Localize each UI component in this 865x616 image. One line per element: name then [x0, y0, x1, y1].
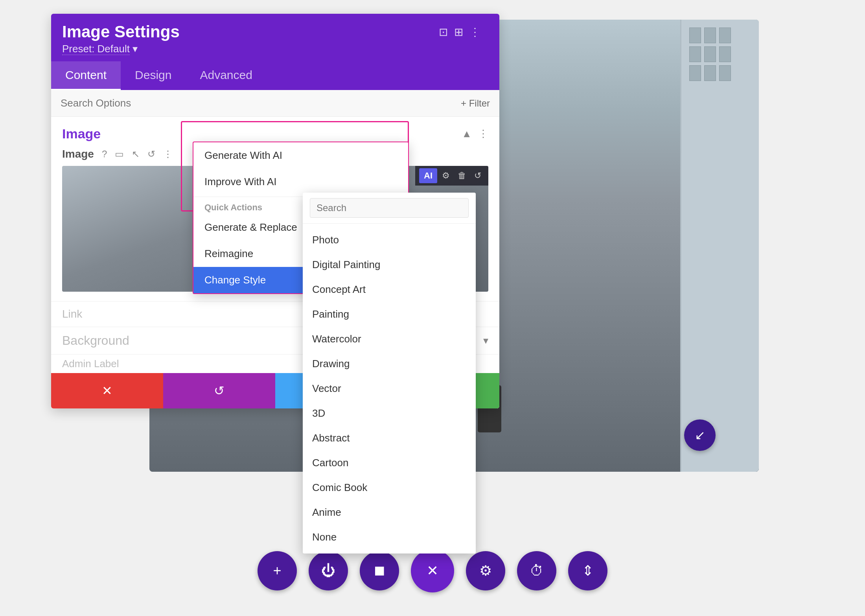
- background-label: Background: [62, 333, 129, 348]
- style-search-container: [303, 193, 476, 224]
- trash-tool-icon[interactable]: 🗑: [455, 169, 469, 182]
- style-list: Photo Digital Painting Concept Art Paint…: [303, 224, 476, 553]
- panel-icon-screen[interactable]: ⊡: [439, 26, 448, 39]
- panel-title: Image Settings: [62, 22, 180, 41]
- action-close[interactable]: ✕: [411, 549, 454, 592]
- cursor-icon[interactable]: ↖: [132, 149, 140, 160]
- section-header: Image ▲ ⋮: [62, 126, 488, 142]
- tab-advanced[interactable]: Advanced: [186, 61, 266, 90]
- style-item-none[interactable]: None: [303, 525, 476, 550]
- filter-button[interactable]: + Filter: [461, 98, 490, 109]
- more-icon[interactable]: ⋮: [163, 149, 173, 160]
- undo-button[interactable]: ↺: [163, 373, 275, 408]
- collapse-icon[interactable]: ▲: [462, 128, 472, 140]
- style-item-digital-painting[interactable]: Digital Painting: [303, 252, 476, 277]
- reset-icon[interactable]: ↺: [147, 149, 155, 160]
- floating-action-button[interactable]: ↙: [684, 419, 716, 451]
- panel-header: Image Settings ⊡ ⊞ ⋮ Preset: Default ▾: [51, 14, 499, 61]
- menu-item-improve-ai[interactable]: Improve With AI: [193, 169, 408, 195]
- bottom-action-bar: + ⏻ ⏹ ✕ ⚙ ⏱ ⇕: [258, 549, 607, 592]
- menu-item-generate-ai[interactable]: Generate With AI: [193, 142, 408, 169]
- panel-search-bar: + Filter: [51, 90, 499, 117]
- panel-icon-more[interactable]: ⋮: [469, 26, 480, 39]
- chevron-down-icon[interactable]: ▾: [483, 335, 488, 347]
- style-item-drawing[interactable]: Drawing: [303, 351, 476, 376]
- section-title: Image: [62, 126, 101, 142]
- image-label: Image: [62, 148, 94, 160]
- style-item-concept-art[interactable]: Concept Art: [303, 277, 476, 302]
- tab-design[interactable]: Design: [121, 61, 186, 90]
- action-timer[interactable]: ⏱: [517, 551, 556, 590]
- style-item-painting[interactable]: Painting: [303, 302, 476, 327]
- action-stop[interactable]: ⏹: [360, 551, 399, 590]
- section-more-icon[interactable]: ⋮: [478, 128, 488, 140]
- settings-tool-icon[interactable]: ⚙: [439, 169, 453, 182]
- link-label: Link: [62, 308, 82, 320]
- style-item-3d[interactable]: 3D: [303, 401, 476, 426]
- style-search-input[interactable]: [310, 198, 469, 218]
- ai-button[interactable]: AI: [419, 168, 437, 183]
- tab-content[interactable]: Content: [51, 61, 121, 90]
- style-item-abstract[interactable]: Abstract: [303, 426, 476, 451]
- style-item-comic-book[interactable]: Comic Book: [303, 475, 476, 500]
- style-item-vector[interactable]: Vector: [303, 376, 476, 401]
- action-adjust[interactable]: ⇕: [568, 551, 607, 590]
- ai-toolbar: AI ⚙ 🗑 ↺: [415, 166, 488, 186]
- style-item-cartoon[interactable]: Cartoon: [303, 451, 476, 475]
- panel-preset[interactable]: Preset: Default ▾: [62, 41, 488, 61]
- style-dropdown: Photo Digital Painting Concept Art Paint…: [303, 193, 476, 553]
- panel-tabs: Content Design Advanced: [51, 61, 499, 90]
- style-item-photo[interactable]: Photo: [303, 228, 476, 252]
- search-options-input[interactable]: [61, 97, 461, 109]
- action-power[interactable]: ⏻: [309, 551, 348, 590]
- action-add[interactable]: +: [258, 551, 297, 590]
- building: [680, 20, 759, 472]
- style-item-watercolor[interactable]: Watercolor: [303, 327, 476, 351]
- refresh-tool-icon[interactable]: ↺: [471, 169, 484, 182]
- panel-icon-grid[interactable]: ⊞: [454, 26, 463, 39]
- cancel-button[interactable]: ✕: [51, 373, 163, 408]
- style-item-anime[interactable]: Anime: [303, 500, 476, 525]
- action-settings[interactable]: ⚙: [466, 551, 505, 590]
- mobile-icon[interactable]: ▭: [115, 149, 124, 160]
- admin-label-text: Admin Label: [62, 358, 119, 370]
- help-icon[interactable]: ?: [102, 149, 107, 160]
